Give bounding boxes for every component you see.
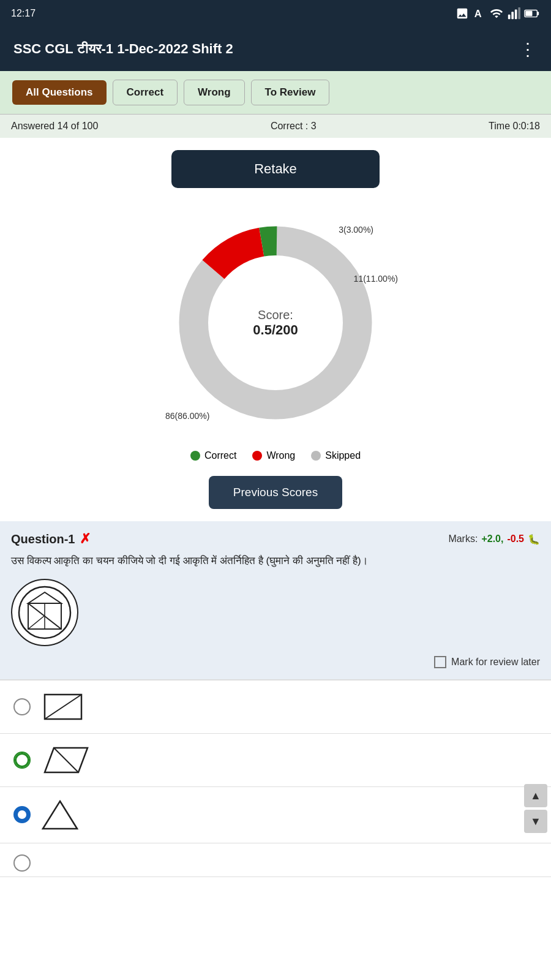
question-header: Question-1 ✗ Marks: +2.0, -0.5 🐛 — [11, 531, 540, 547]
svg-rect-2 — [511, 12, 514, 19]
svg-text:A: A — [474, 8, 482, 19]
svg-rect-1 — [508, 15, 511, 19]
a-icon: A — [473, 7, 486, 20]
svg-line-17 — [54, 748, 78, 772]
legend-wrong-label: Wrong — [266, 450, 295, 461]
legend-wrong-dot — [252, 451, 262, 461]
option-row-4[interactable] — [0, 843, 551, 877]
tab-to-review[interactable]: To Review — [251, 80, 330, 105]
time-stat: Time 0:0:18 — [489, 121, 540, 132]
review-checkbox[interactable] — [434, 656, 446, 668]
legend-correct-dot — [190, 451, 200, 461]
question-image — [11, 579, 78, 646]
chart-score-text: Score: — [253, 308, 298, 322]
question-title: Question-1 ✗ — [11, 531, 91, 547]
scroll-down-arrow[interactable]: ▼ — [524, 810, 547, 833]
scroll-arrows: ▲ ▼ — [524, 784, 547, 833]
stats-row: Answered 14 of 100 Correct : 3 Time 0:0:… — [0, 115, 551, 138]
svg-rect-3 — [515, 10, 517, 20]
tab-all-questions[interactable]: All Questions — [12, 80, 107, 105]
status-time: 12:17 — [11, 8, 36, 19]
svg-rect-6 — [525, 11, 532, 16]
menu-icon[interactable]: ⋮ — [519, 39, 538, 59]
tab-wrong[interactable]: Wrong — [184, 80, 245, 105]
svg-rect-7 — [537, 12, 539, 15]
main-content: Retake Score: 0.5/200 3(3.00%) 11(11.00%… — [0, 138, 551, 521]
option-figure-1-svg — [42, 692, 84, 722]
svg-line-13 — [28, 616, 45, 629]
option-row-1[interactable] — [0, 680, 551, 734]
photo-icon — [455, 7, 469, 20]
option-icon-1 — [42, 692, 84, 722]
question-text: उस विकल्प आकृति का चयन कीजिये जो दी गई आ… — [11, 553, 540, 569]
chart-center-label: Score: 0.5/200 — [253, 308, 298, 338]
legend-correct: Correct — [190, 450, 236, 461]
wifi-icon — [490, 7, 503, 20]
app-bar-title: SSC CGL टीयर-1 1-Dec-2022 Shift 2 — [13, 41, 233, 57]
status-bar: 12:17 A — [0, 0, 551, 27]
review-label: Mark for review later — [451, 657, 540, 668]
legend-wrong: Wrong — [252, 450, 295, 461]
correct-stat: Correct : 3 — [271, 121, 317, 132]
bug-icon[interactable]: 🐛 — [528, 533, 540, 545]
question-id: Question-1 — [11, 532, 75, 546]
signal-icon — [507, 7, 520, 20]
status-icons: A — [455, 7, 540, 20]
option-figure-3-svg — [42, 798, 78, 832]
answered-stat: Answered 14 of 100 — [11, 121, 98, 132]
option-radio-2[interactable] — [13, 752, 31, 769]
marks-positive: +2.0, — [481, 533, 503, 545]
option-radio-1[interactable] — [13, 698, 31, 715]
app-bar: SSC CGL टीयर-1 1-Dec-2022 Shift 2 ⋮ — [0, 27, 551, 71]
review-row: Mark for review later — [11, 656, 540, 668]
option-icon-3 — [42, 798, 78, 832]
chart-correct-annotation: 3(3.00%) — [339, 225, 373, 235]
option-radio-3[interactable] — [13, 806, 31, 823]
option-radio-4[interactable] — [13, 854, 31, 872]
chart-legend: Correct Wrong Skipped — [190, 450, 361, 461]
tab-correct[interactable]: Correct — [113, 80, 178, 105]
tab-bar: All Questions Correct Wrong To Review — [0, 71, 551, 115]
marks-label: Marks: — [448, 533, 478, 545]
question-wrong-icon: ✗ — [80, 531, 91, 547]
legend-skipped-label: Skipped — [325, 450, 361, 461]
option-icon-2 — [42, 745, 91, 775]
svg-marker-18 — [43, 801, 77, 829]
retake-button[interactable]: Retake — [171, 150, 380, 188]
legend-skipped: Skipped — [311, 450, 361, 461]
marks-negative: -0.5 — [507, 533, 524, 545]
chart-skipped-annotation: 86(86.00%) — [165, 411, 209, 421]
battery-icon — [524, 7, 540, 20]
question-figure-svg — [17, 585, 72, 640]
svg-rect-4 — [518, 7, 520, 19]
previous-scores-button[interactable]: Previous Scores — [209, 476, 342, 509]
chart-wrong-annotation: 11(11.00%) — [354, 274, 398, 284]
answer-options — [0, 680, 551, 877]
donut-chart-wrapper: Score: 0.5/200 3(3.00%) 11(11.00%) 86(86… — [159, 206, 392, 439]
option-row-3[interactable] — [0, 787, 551, 843]
marks-info: Marks: +2.0, -0.5 🐛 — [448, 533, 540, 545]
legend-correct-label: Correct — [204, 450, 236, 461]
chart-score-value: 0.5/200 — [253, 322, 298, 338]
legend-skipped-dot — [311, 451, 321, 461]
option-figure-2-svg — [42, 745, 91, 775]
svg-marker-11 — [28, 592, 61, 603]
scroll-up-arrow[interactable]: ▲ — [524, 784, 547, 807]
question-section: Question-1 ✗ Marks: +2.0, -0.5 🐛 उस विकल… — [0, 521, 551, 679]
option-row-2[interactable] — [0, 734, 551, 787]
svg-line-15 — [45, 695, 81, 719]
